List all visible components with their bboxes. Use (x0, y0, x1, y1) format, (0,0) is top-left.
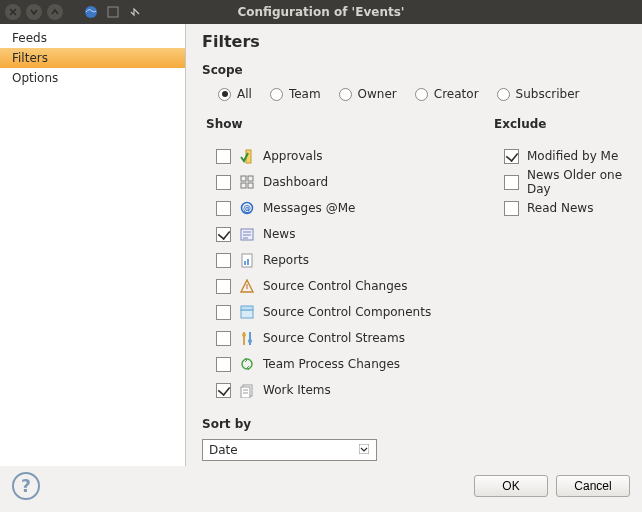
checkbox-label: Approvals (263, 149, 323, 163)
chevron-down-icon (356, 443, 372, 457)
checkbox-label: Source Control Streams (263, 331, 405, 345)
scope-radio-label: Team (289, 87, 321, 101)
check-row: Read News (494, 199, 626, 217)
app-secondary-icon (105, 4, 121, 20)
sort-label: Sort by (202, 417, 626, 431)
check-row: News (206, 225, 446, 243)
sort-select[interactable]: Date (202, 439, 377, 461)
reports-icon (239, 252, 255, 268)
checkbox-label: Read News (527, 201, 593, 215)
exclude-label: Exclude (494, 117, 626, 131)
scope-radio-subscriber[interactable] (497, 88, 510, 101)
checkbox-dashboard[interactable] (216, 175, 231, 190)
window-minimize-button[interactable] (26, 4, 42, 20)
check-row: Modified by Me (494, 147, 626, 165)
svg-rect-5 (241, 176, 246, 181)
checkbox-news-older-one-day[interactable] (504, 175, 519, 190)
svg-text:@: @ (243, 204, 251, 213)
page-title: Filters (202, 32, 626, 51)
checkbox-reports[interactable] (216, 253, 231, 268)
sidebar-item-filters[interactable]: Filters (0, 48, 185, 68)
svg-rect-31 (359, 444, 369, 454)
check-row: Reports (206, 251, 446, 269)
svg-rect-8 (248, 183, 253, 188)
checkbox-label: News (263, 227, 295, 241)
scope-radio-group: AllTeamOwnerCreatorSubscriber (202, 85, 626, 113)
sc-comp-icon (239, 304, 255, 320)
checkbox-messages-me[interactable] (216, 201, 231, 216)
messages-icon: @ (239, 200, 255, 216)
sidebar-item-options[interactable]: Options (0, 68, 185, 88)
dashboard-icon (239, 174, 255, 190)
check-row: Work Items (206, 381, 446, 399)
checkbox-news[interactable] (216, 227, 231, 242)
scope-radio-all[interactable] (218, 88, 231, 101)
check-row: Source Control Components (206, 303, 446, 321)
checkbox-label: Source Control Changes (263, 279, 407, 293)
dropdown-icon[interactable] (127, 4, 143, 20)
checkbox-label: News Older one Day (527, 168, 626, 196)
scope-radio-label: Subscriber (516, 87, 580, 101)
checkbox-label: Modified by Me (527, 149, 618, 163)
ok-button[interactable]: OK (474, 475, 548, 497)
svg-point-25 (248, 339, 252, 343)
checkbox-label: Team Process Changes (263, 357, 400, 371)
check-row: Dashboard (206, 173, 446, 191)
checkbox-approvals[interactable] (216, 149, 231, 164)
checkbox-label: Work Items (263, 383, 331, 397)
sc-changes-icon (239, 278, 255, 294)
cancel-button[interactable]: Cancel (556, 475, 630, 497)
footer: ? OK Cancel (0, 466, 642, 512)
checkbox-label: Source Control Components (263, 305, 431, 319)
svg-rect-7 (241, 183, 246, 188)
window-maximize-button[interactable] (47, 4, 63, 20)
scope-radio-label: All (237, 87, 252, 101)
sidebar-item-feeds[interactable]: Feeds (0, 28, 185, 48)
approvals-icon (239, 148, 255, 164)
check-row: Source Control Changes (206, 277, 446, 295)
checkbox-label: Messages @Me (263, 201, 355, 215)
sidebar: FeedsFiltersOptions (0, 24, 186, 466)
show-list: ApprovalsDashboard@Messages @MeNewsRepor… (206, 147, 446, 399)
team-proc-icon (239, 356, 255, 372)
scope-radio-owner[interactable] (339, 88, 352, 101)
checkbox-source-control-changes[interactable] (216, 279, 231, 294)
check-row: Approvals (206, 147, 446, 165)
window-close-button[interactable] (5, 4, 21, 20)
news-icon (239, 226, 255, 242)
scope-radio-label: Owner (358, 87, 397, 101)
help-button[interactable]: ? (12, 472, 40, 500)
scope-radio-creator[interactable] (415, 88, 428, 101)
svg-rect-6 (248, 176, 253, 181)
check-row: Source Control Streams (206, 329, 446, 347)
scope-radio-team[interactable] (270, 88, 283, 101)
checkbox-modified-by-me[interactable] (504, 149, 519, 164)
check-row: News Older one Day (494, 173, 626, 191)
show-label: Show (206, 117, 446, 131)
svg-point-24 (242, 333, 246, 337)
checkbox-label: Reports (263, 253, 309, 267)
check-row: Team Process Changes (206, 355, 446, 373)
checkbox-label: Dashboard (263, 175, 328, 189)
svg-rect-21 (241, 306, 253, 310)
scope-radio-label: Creator (434, 87, 479, 101)
scope-label: Scope (202, 63, 626, 77)
title-bar: Configuration of 'Events' (0, 0, 642, 24)
checkbox-work-items[interactable] (216, 383, 231, 398)
svg-rect-16 (244, 261, 246, 265)
app-icon (83, 4, 99, 20)
svg-rect-3 (108, 7, 118, 17)
exclude-list: Modified by MeNews Older one DayRead New… (494, 147, 626, 217)
checkbox-source-control-streams[interactable] (216, 331, 231, 346)
checkbox-source-control-components[interactable] (216, 305, 231, 320)
checkbox-team-process-changes[interactable] (216, 357, 231, 372)
svg-rect-20 (241, 310, 253, 318)
check-row: @Messages @Me (206, 199, 446, 217)
checkbox-read-news[interactable] (504, 201, 519, 216)
svg-rect-17 (247, 259, 249, 265)
work-items-icon (239, 382, 255, 398)
sc-stream-icon (239, 330, 255, 346)
content-pane: Filters Scope AllTeamOwnerCreatorSubscri… (186, 24, 642, 466)
sort-select-value: Date (209, 443, 238, 457)
